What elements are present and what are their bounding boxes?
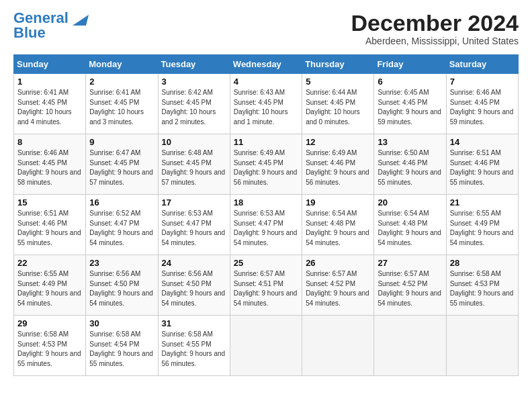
calendar-week-row: 22Sunrise: 6:55 AMSunset: 4:49 PMDayligh…	[14, 255, 519, 316]
calendar-header-friday: Friday	[374, 55, 446, 74]
calendar-header-tuesday: Tuesday	[158, 55, 230, 74]
calendar-cell: 4Sunrise: 6:43 AMSunset: 4:45 PMDaylight…	[230, 74, 302, 134]
calendar-cell: 22Sunrise: 6:55 AMSunset: 4:49 PMDayligh…	[14, 255, 86, 316]
calendar-header-monday: Monday	[86, 55, 158, 74]
day-number: 18	[234, 197, 298, 208]
day-number: 11	[234, 137, 298, 147]
calendar-cell: 5Sunrise: 6:44 AMSunset: 4:45 PMDaylight…	[302, 74, 374, 134]
day-info: Sunrise: 6:57 AMSunset: 4:51 PMDaylight:…	[234, 269, 298, 308]
day-info: Sunrise: 6:42 AMSunset: 4:45 PMDaylight:…	[162, 88, 226, 127]
calendar-cell: 1Sunrise: 6:41 AMSunset: 4:45 PMDaylight…	[14, 74, 86, 134]
svg-marker-0	[73, 15, 89, 26]
calendar-header-saturday: Saturday	[446, 55, 518, 74]
calendar-cell: 30Sunrise: 6:58 AMSunset: 4:54 PMDayligh…	[86, 316, 158, 376]
day-info: Sunrise: 6:58 AMSunset: 4:53 PMDaylight:…	[17, 330, 82, 369]
day-number: 27	[378, 258, 442, 268]
calendar-cell: 8Sunrise: 6:46 AMSunset: 4:45 PMDaylight…	[14, 134, 86, 195]
calendar-cell: 31Sunrise: 6:58 AMSunset: 4:55 PMDayligh…	[158, 316, 230, 376]
day-number: 26	[306, 258, 370, 268]
title-block: December 2024 Aberdeen, Mississippi, Uni…	[351, 11, 519, 46]
calendar-cell	[302, 316, 374, 376]
calendar-header-thursday: Thursday	[302, 55, 374, 74]
day-info: Sunrise: 6:49 AMSunset: 4:45 PMDaylight:…	[234, 148, 298, 187]
calendar-cell: 13Sunrise: 6:50 AMSunset: 4:46 PMDayligh…	[374, 134, 446, 195]
calendar-cell: 9Sunrise: 6:47 AMSunset: 4:45 PMDaylight…	[86, 134, 158, 195]
calendar-cell: 12Sunrise: 6:49 AMSunset: 4:46 PMDayligh…	[302, 134, 374, 195]
day-number: 21	[450, 197, 515, 208]
page-header: General Blue December 2024 Aberdeen, Mis…	[13, 11, 519, 46]
day-number: 5	[306, 77, 370, 87]
calendar-cell: 24Sunrise: 6:56 AMSunset: 4:50 PMDayligh…	[158, 255, 230, 316]
day-info: Sunrise: 6:45 AMSunset: 4:45 PMDaylight:…	[378, 88, 442, 127]
calendar-cell: 2Sunrise: 6:41 AMSunset: 4:45 PMDaylight…	[86, 74, 158, 134]
day-info: Sunrise: 6:57 AMSunset: 4:52 PMDaylight:…	[306, 269, 370, 308]
day-info: Sunrise: 6:41 AMSunset: 4:45 PMDaylight:…	[17, 88, 82, 127]
day-number: 17	[162, 197, 226, 208]
day-number: 23	[89, 258, 154, 268]
calendar-cell: 3Sunrise: 6:42 AMSunset: 4:45 PMDaylight…	[158, 74, 230, 134]
day-number: 30	[89, 318, 154, 328]
calendar-cell: 23Sunrise: 6:56 AMSunset: 4:50 PMDayligh…	[86, 255, 158, 316]
calendar-cell	[374, 316, 446, 376]
day-number: 14	[450, 137, 515, 147]
day-info: Sunrise: 6:46 AMSunset: 4:45 PMDaylight:…	[17, 148, 82, 187]
day-info: Sunrise: 6:56 AMSunset: 4:50 PMDaylight:…	[162, 269, 226, 308]
calendar-cell	[446, 316, 518, 376]
calendar-cell: 18Sunrise: 6:53 AMSunset: 4:47 PMDayligh…	[230, 195, 302, 255]
calendar-cell: 17Sunrise: 6:53 AMSunset: 4:47 PMDayligh…	[158, 195, 230, 255]
calendar-cell: 19Sunrise: 6:54 AMSunset: 4:48 PMDayligh…	[302, 195, 374, 255]
day-info: Sunrise: 6:44 AMSunset: 4:45 PMDaylight:…	[306, 88, 370, 127]
day-number: 9	[89, 137, 154, 147]
day-info: Sunrise: 6:58 AMSunset: 4:55 PMDaylight:…	[162, 330, 226, 369]
calendar-cell: 27Sunrise: 6:57 AMSunset: 4:52 PMDayligh…	[374, 255, 446, 316]
day-number: 7	[450, 77, 515, 87]
calendar-cell	[230, 316, 302, 376]
calendar-week-row: 1Sunrise: 6:41 AMSunset: 4:45 PMDaylight…	[14, 74, 519, 134]
day-number: 12	[306, 137, 370, 147]
month-title: December 2024	[351, 11, 519, 36]
location: Aberdeen, Mississippi, United States	[351, 36, 519, 46]
day-number: 6	[378, 77, 442, 87]
calendar-cell: 7Sunrise: 6:46 AMSunset: 4:45 PMDaylight…	[446, 74, 518, 134]
calendar-table: SundayMondayTuesdayWednesdayThursdayFrid…	[13, 54, 519, 376]
calendar-header-row: SundayMondayTuesdayWednesdayThursdayFrid…	[14, 55, 519, 74]
calendar-cell: 25Sunrise: 6:57 AMSunset: 4:51 PMDayligh…	[230, 255, 302, 316]
day-number: 16	[89, 197, 154, 208]
calendar-cell: 29Sunrise: 6:58 AMSunset: 4:53 PMDayligh…	[14, 316, 86, 376]
day-info: Sunrise: 6:46 AMSunset: 4:45 PMDaylight:…	[450, 88, 515, 127]
day-info: Sunrise: 6:51 AMSunset: 4:46 PMDaylight:…	[17, 209, 82, 248]
day-number: 10	[162, 137, 226, 147]
day-info: Sunrise: 6:48 AMSunset: 4:45 PMDaylight:…	[162, 148, 226, 187]
day-info: Sunrise: 6:57 AMSunset: 4:52 PMDaylight:…	[378, 269, 442, 308]
calendar-week-row: 8Sunrise: 6:46 AMSunset: 4:45 PMDaylight…	[14, 134, 519, 195]
day-number: 20	[378, 197, 442, 208]
day-number: 24	[162, 258, 226, 268]
calendar-cell: 10Sunrise: 6:48 AMSunset: 4:45 PMDayligh…	[158, 134, 230, 195]
day-info: Sunrise: 6:53 AMSunset: 4:47 PMDaylight:…	[162, 209, 226, 248]
day-info: Sunrise: 6:50 AMSunset: 4:46 PMDaylight:…	[378, 148, 442, 187]
calendar-cell: 14Sunrise: 6:51 AMSunset: 4:46 PMDayligh…	[446, 134, 518, 195]
day-info: Sunrise: 6:56 AMSunset: 4:50 PMDaylight:…	[89, 269, 154, 308]
day-number: 3	[162, 77, 226, 87]
day-info: Sunrise: 6:53 AMSunset: 4:47 PMDaylight:…	[234, 209, 298, 248]
day-number: 1	[17, 77, 82, 87]
day-info: Sunrise: 6:55 AMSunset: 4:49 PMDaylight:…	[450, 209, 515, 248]
day-number: 28	[450, 258, 515, 268]
day-number: 4	[234, 77, 298, 87]
day-number: 29	[17, 318, 82, 328]
day-info: Sunrise: 6:41 AMSunset: 4:45 PMDaylight:…	[89, 88, 154, 127]
calendar-cell: 15Sunrise: 6:51 AMSunset: 4:46 PMDayligh…	[14, 195, 86, 255]
calendar-cell: 26Sunrise: 6:57 AMSunset: 4:52 PMDayligh…	[302, 255, 374, 316]
day-number: 19	[306, 197, 370, 208]
day-info: Sunrise: 6:58 AMSunset: 4:53 PMDaylight:…	[450, 269, 515, 308]
day-info: Sunrise: 6:51 AMSunset: 4:46 PMDaylight:…	[450, 148, 515, 187]
day-number: 2	[89, 77, 154, 87]
day-info: Sunrise: 6:47 AMSunset: 4:45 PMDaylight:…	[89, 148, 154, 187]
calendar-header-sunday: Sunday	[14, 55, 86, 74]
logo: General Blue	[13, 11, 89, 40]
day-info: Sunrise: 6:54 AMSunset: 4:48 PMDaylight:…	[306, 209, 370, 248]
day-info: Sunrise: 6:43 AMSunset: 4:45 PMDaylight:…	[234, 88, 298, 127]
calendar-week-row: 15Sunrise: 6:51 AMSunset: 4:46 PMDayligh…	[14, 195, 519, 255]
calendar-cell: 11Sunrise: 6:49 AMSunset: 4:45 PMDayligh…	[230, 134, 302, 195]
day-info: Sunrise: 6:54 AMSunset: 4:48 PMDaylight:…	[378, 209, 442, 248]
